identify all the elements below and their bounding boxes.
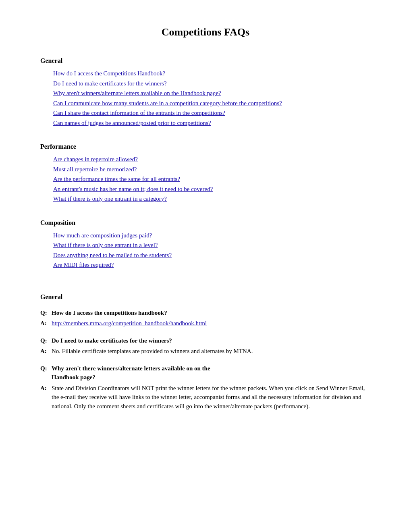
list-item: Do I need to make certificates for the w… — [53, 79, 371, 88]
handbook-link[interactable]: http://members.mtna.org/competition_hand… — [52, 320, 207, 326]
toc-link[interactable]: How much are composition judges paid? — [53, 232, 152, 239]
toc-link[interactable]: What if there is only one entrant in a c… — [53, 195, 167, 202]
qa-answer-text: No. Fillable certificate templates are p… — [52, 347, 253, 356]
qa-answer-2: A: No. Fillable certificate templates ar… — [40, 347, 371, 356]
list-item: How do I access the Competitions Handboo… — [53, 69, 371, 78]
toc-link[interactable]: Are changes in repertoire allowed? — [53, 156, 138, 162]
toc-link[interactable]: Can I communicate how many students are … — [53, 100, 282, 106]
a-label: A: — [40, 384, 48, 411]
qa-question-1: Q: How do I access the competitions hand… — [40, 308, 371, 318]
qa-answer-text: http://members.mtna.org/competition_hand… — [52, 319, 207, 328]
list-item: How much are composition judges paid? — [53, 231, 371, 240]
page-title: Competitions FAQs — [40, 24, 371, 40]
q-label: Q: — [40, 308, 48, 318]
list-item: An entrant's music has her name on it; d… — [53, 185, 371, 194]
list-item: What if there is only one entrant in a l… — [53, 241, 371, 250]
qa-question-2: Q: Do I need to make certificates for th… — [40, 336, 371, 345]
toc-list-performance: Are changes in repertoire allowed? Must … — [40, 155, 371, 204]
toc-link[interactable]: Can I share the contact information of t… — [53, 110, 225, 116]
toc-section-composition: Composition How much are composition jud… — [40, 218, 371, 270]
qa-question-text: Do I need to make certificates for the w… — [52, 336, 172, 345]
qa-question-3: Q: Why aren't there winners/alternate le… — [40, 364, 371, 382]
toc-heading-performance: Performance — [40, 142, 371, 152]
a-label: A: — [40, 347, 48, 356]
qa-item-3: Q: Why aren't there winners/alternate le… — [40, 364, 371, 411]
toc-link[interactable]: Can names of judges be announced/posted … — [53, 120, 211, 126]
qa-section-general: General Q: How do I access the competiti… — [40, 292, 371, 411]
toc-link[interactable]: Do I need to make certificates for the w… — [53, 80, 167, 87]
toc-link[interactable]: Are the performance times the same for a… — [53, 176, 180, 182]
a-label: A: — [40, 319, 48, 328]
toc-link[interactable]: How do I access the Competitions Handboo… — [53, 70, 165, 77]
list-item: Are the performance times the same for a… — [53, 175, 371, 184]
toc-link[interactable]: What if there is only one entrant in a l… — [53, 242, 158, 248]
toc-link[interactable]: An entrant's music has her name on it; d… — [53, 186, 213, 192]
list-item: Does anything need to be mailed to the s… — [53, 251, 371, 260]
list-item: Why aren't winners/alternate letters ava… — [53, 89, 371, 98]
toc-container: General How do I access the Competitions… — [40, 56, 371, 270]
q-label: Q: — [40, 364, 48, 382]
qa-answer-3: A: State and Division Coordinators will … — [40, 384, 371, 411]
spacer — [40, 284, 371, 292]
toc-link[interactable]: Are MIDI files required? — [53, 262, 114, 268]
list-item: Are MIDI files required? — [53, 260, 371, 270]
q-label: Q: — [40, 336, 48, 345]
qa-answer-text: State and Division Coordinators will NOT… — [52, 384, 371, 411]
toc-section-general: General How do I access the Competitions… — [40, 56, 371, 127]
toc-link[interactable]: Does anything need to be mailed to the s… — [53, 252, 172, 258]
qa-heading-general: General — [40, 292, 371, 302]
toc-link[interactable]: Must all repertoire be memorized? — [53, 166, 137, 172]
toc-heading-general: General — [40, 56, 371, 66]
toc-list-general: How do I access the Competitions Handboo… — [40, 69, 371, 127]
list-item: Are changes in repertoire allowed? — [53, 155, 371, 164]
qa-item-1: Q: How do I access the competitions hand… — [40, 308, 371, 328]
qa-question-text: Why aren't there winners/alternate lette… — [52, 364, 210, 382]
toc-section-performance: Performance Are changes in repertoire al… — [40, 142, 371, 204]
list-item: Can I share the contact information of t… — [53, 108, 371, 118]
qa-question-text: How do I access the competitions handboo… — [52, 308, 167, 318]
toc-list-composition: How much are composition judges paid? Wh… — [40, 231, 371, 270]
toc-link[interactable]: Why aren't winners/alternate letters ava… — [53, 90, 221, 96]
list-item: What if there is only one entrant in a c… — [53, 194, 371, 204]
toc-heading-composition: Composition — [40, 218, 371, 228]
qa-item-2: Q: Do I need to make certificates for th… — [40, 336, 371, 356]
list-item: Can names of judges be announced/posted … — [53, 118, 371, 128]
list-item: Can I communicate how many students are … — [53, 99, 371, 108]
list-item: Must all repertoire be memorized? — [53, 165, 371, 174]
qa-answer-1: A: http://members.mtna.org/competition_h… — [40, 319, 371, 328]
